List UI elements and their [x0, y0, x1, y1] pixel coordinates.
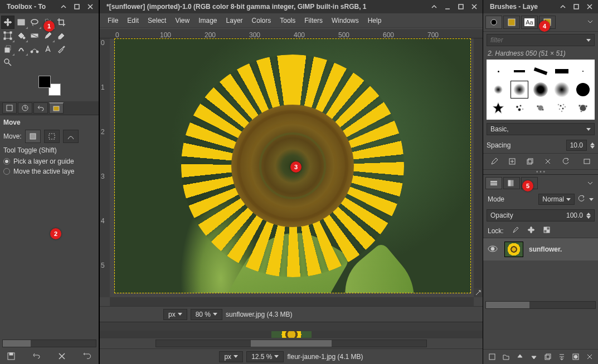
- layers-scrollbar[interactable]: [485, 301, 596, 309]
- menu-view[interactable]: View: [172, 16, 193, 26]
- radio-pick-layer[interactable]: Pick a layer or guide: [3, 156, 95, 166]
- move-path-btn[interactable]: [63, 130, 79, 143]
- new-group-icon[interactable]: [500, 352, 511, 362]
- clone-tool[interactable]: [1, 42, 14, 56]
- delete-layer-icon[interactable]: [584, 352, 595, 362]
- brush-star[interactable]: [490, 100, 507, 116]
- thumb-scroll[interactable]: [155, 340, 427, 347]
- edit-brush-icon[interactable]: [488, 156, 501, 167]
- mode-reset-icon[interactable]: [578, 195, 586, 204]
- new-layer-icon[interactable]: [487, 352, 497, 362]
- lower-layer-icon[interactable]: [528, 352, 539, 362]
- ruler-horizontal[interactable]: 0100200300400500600700: [100, 28, 483, 38]
- maximize-icon[interactable]: [571, 2, 581, 12]
- menu-edit[interactable]: Edit: [124, 16, 142, 26]
- menu-tools[interactable]: Tools: [276, 16, 299, 26]
- tab-brushes[interactable]: [485, 16, 502, 29]
- brush-grunge1[interactable]: [553, 100, 570, 116]
- tab-patterns[interactable]: [503, 16, 520, 29]
- layer-item[interactable]: sunflower.: [483, 238, 598, 260]
- maximize-icon[interactable]: [456, 2, 466, 12]
- menu-help[interactable]: Help: [364, 16, 385, 26]
- v-scrollbar[interactable]: [474, 38, 483, 288]
- zoom-tool[interactable]: [1, 56, 14, 69]
- spin-down[interactable]: [590, 146, 595, 149]
- close-icon[interactable]: [469, 2, 479, 12]
- tab-fonts[interactable]: Aa: [521, 16, 538, 29]
- mask-layer-icon[interactable]: [570, 352, 581, 362]
- nav-arrow-icon[interactable]: [474, 288, 483, 297]
- color-swatch[interactable]: [38, 76, 61, 96]
- opacity-slider[interactable]: Opacity 100.0: [487, 209, 595, 222]
- lock-position-icon[interactable]: [527, 226, 535, 235]
- brush-splat2[interactable]: [532, 100, 549, 116]
- tab-images[interactable]: [49, 102, 64, 114]
- unit-select-2[interactable]: px: [219, 351, 243, 362]
- tab-device-status[interactable]: [18, 102, 32, 114]
- minimize-icon[interactable]: [443, 2, 453, 12]
- lock-pixels-icon[interactable]: [512, 226, 519, 235]
- brush-soft-lg[interactable]: [553, 81, 570, 98]
- brush-diag[interactable]: [532, 63, 549, 80]
- resize-grip[interactable]: • • •: [483, 170, 598, 174]
- brush-bar-thick[interactable]: [553, 63, 570, 80]
- maximize-icon[interactable]: [72, 2, 82, 12]
- tab-undo[interactable]: [33, 102, 48, 114]
- open-as-image-icon[interactable]: [580, 156, 594, 167]
- tab-tool-options[interactable]: [2, 102, 17, 114]
- move-layer-btn[interactable]: [25, 130, 41, 143]
- visibility-icon[interactable]: [488, 245, 499, 254]
- toolbox-titlebar[interactable]: Toolbox - To: [0, 0, 99, 13]
- tab-channels[interactable]: [503, 177, 520, 189]
- thumbnail[interactable]: [271, 331, 312, 338]
- crop-tool[interactable]: [55, 16, 68, 29]
- spin-up[interactable]: [590, 142, 595, 145]
- eyedropper-tool[interactable]: [55, 42, 68, 56]
- dup-brush-icon[interactable]: [523, 156, 537, 167]
- eraser-tool[interactable]: [55, 29, 68, 42]
- raise-layer-icon[interactable]: [514, 352, 525, 362]
- tab-menu-icon[interactable]: [585, 16, 596, 27]
- menu-layer[interactable]: Layer: [223, 16, 246, 26]
- layer-tab-menu-icon[interactable]: [585, 177, 596, 188]
- mode-select[interactable]: Normal: [538, 194, 575, 205]
- new-brush-icon[interactable]: [505, 156, 519, 167]
- brush-tiny[interactable]: [575, 63, 591, 80]
- canvas-viewport[interactable]: 3: [110, 38, 474, 297]
- ruler-vertical[interactable]: 012345: [100, 38, 110, 297]
- radio-move-active[interactable]: Move the active laye: [3, 166, 95, 176]
- smudge-tool[interactable]: [14, 42, 28, 56]
- save-preset-icon[interactable]: [4, 351, 18, 362]
- bucket-tool[interactable]: [14, 29, 28, 42]
- zoom-select-2[interactable]: 12.5 %: [246, 351, 284, 362]
- reset-preset-icon[interactable]: [81, 351, 94, 362]
- collapse-icon[interactable]: [59, 2, 69, 12]
- unit-select[interactable]: px: [163, 309, 187, 320]
- lasso-tool[interactable]: [28, 16, 41, 29]
- brush-pixel[interactable]: [490, 63, 507, 80]
- mode-chevron[interactable]: [589, 198, 594, 201]
- brush-hard[interactable]: [575, 81, 591, 98]
- move-selection-btn[interactable]: [44, 130, 60, 143]
- refresh-brush-icon[interactable]: [559, 156, 572, 167]
- menu-filters[interactable]: Filters: [301, 16, 326, 26]
- brush-soft-dark[interactable]: [532, 81, 549, 98]
- gradient-tool[interactable]: [28, 29, 41, 42]
- tab-layers[interactable]: [485, 177, 502, 189]
- canvas-titlebar[interactable]: *[sunflower] (imported)-1.0 (RGB color 8…: [100, 0, 483, 13]
- brush-preset-combo[interactable]: Basic,: [487, 123, 595, 135]
- restore-preset-icon[interactable]: [30, 351, 43, 362]
- merge-layer-icon[interactable]: [556, 352, 567, 362]
- brush-grunge2[interactable]: [575, 100, 591, 116]
- path-tool[interactable]: [28, 42, 41, 56]
- zoom-select[interactable]: 80 %: [191, 309, 222, 320]
- h-scrollbar[interactable]: [110, 297, 474, 306]
- collapse-icon[interactable]: [558, 2, 568, 12]
- layer-thumbnail[interactable]: [504, 242, 523, 257]
- brush-splat1[interactable]: [511, 100, 528, 116]
- close-icon[interactable]: [85, 2, 95, 12]
- delete-preset-icon[interactable]: [55, 351, 69, 362]
- brush-soft-small[interactable]: [490, 81, 507, 98]
- transform-tool[interactable]: [1, 29, 14, 42]
- lock-alpha-icon[interactable]: [543, 226, 551, 235]
